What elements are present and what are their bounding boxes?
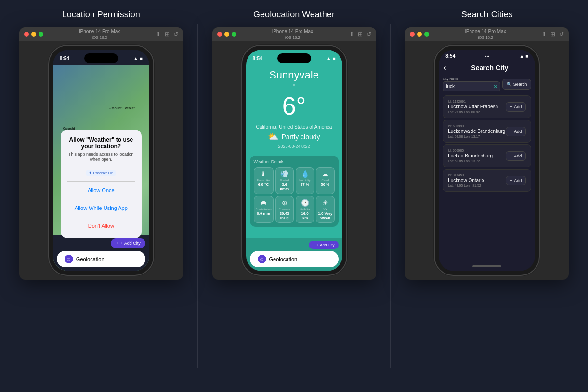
weather-card-label-1: % wind xyxy=(280,179,289,182)
weather-card-icon-0: 🌡 xyxy=(260,170,267,178)
add-icon-result-0: + xyxy=(510,105,512,109)
panel-title-weather: Geolocation Weather xyxy=(253,10,335,20)
add-city-button-2[interactable]: + + Add City xyxy=(309,241,338,249)
precise-badge: ✦ Precise: On xyxy=(86,170,116,176)
add-icon-1: + xyxy=(116,241,118,246)
time-3: 8:54 xyxy=(445,53,455,59)
city-result-card-3: Id: 315453 Lucknow Ontario Lat: 43.95 Lo… xyxy=(443,169,531,192)
mac-icons-3: ⬆ ⊞ ↺ xyxy=(542,31,564,38)
mac-icon-resize-3[interactable]: ⊞ xyxy=(550,31,555,38)
permission-desc: This app needs access to location when o… xyxy=(67,152,135,163)
phone-screen-3: 8:54 ••• ▲ ■ ‹ Search City City Name xyxy=(439,50,535,271)
status-dots: ••• xyxy=(485,54,489,58)
geolocation-bar-1[interactable]: ◎ Geolocation xyxy=(57,251,145,267)
mac-icon-rotate-1[interactable]: ↺ xyxy=(173,31,178,38)
geolocation-bar-2[interactable]: ◎ Geolocation xyxy=(250,251,339,267)
weather-card-7: ☀ UV 1.0 Very Weak xyxy=(316,196,334,223)
time-1: 8:54 xyxy=(60,56,69,61)
city-result-coords-0: Lat: 26.85 Lon: 80.92 xyxy=(448,110,498,114)
mac-dot-green-1[interactable] xyxy=(39,32,43,37)
city-result-id-2: Id: 600985 xyxy=(448,149,493,152)
mac-icon-share-3[interactable]: ⬆ xyxy=(542,31,547,38)
permission-allow-using[interactable]: Allow While Using App xyxy=(67,202,135,214)
mac-dots-1 xyxy=(24,32,43,37)
mac-window-1: iPhone 14 Pro Max iOS 16.2 ⬆ ⊞ ↺ 8:54 ▲ … xyxy=(19,27,183,280)
permission-allow-once[interactable]: Allow Once xyxy=(67,184,135,196)
mac-icon-resize-2[interactable]: ⊞ xyxy=(358,31,363,38)
add-icon-result-3: + xyxy=(510,178,512,183)
weather-card-label-3: Cloud xyxy=(321,179,329,182)
search-button[interactable]: 🔍 Search xyxy=(502,79,532,90)
permission-dont-allow[interactable]: Don't Allow xyxy=(67,220,135,232)
mac-title-2: iPhone 14 Pro Max iOS 16.2 xyxy=(239,29,346,39)
weather-card-icon-5: ⊕ xyxy=(282,199,287,207)
geo-icon-1: ◎ xyxy=(65,255,73,263)
weather-card-label-0: Feels Like xyxy=(257,179,270,182)
weather-card-value-4: 0.0 mm xyxy=(257,211,270,216)
weather-card-0: 🌡 Feels Like 6.0 °C xyxy=(254,167,274,194)
weather-card-3: ☁ Cloud 50 % xyxy=(316,167,334,194)
mac-dot-yellow-2[interactable] xyxy=(224,32,229,37)
city-add-button-0[interactable]: + Add xyxy=(506,102,526,112)
city-add-button-2[interactable]: + Add xyxy=(506,151,526,161)
city-result-info-2: Id: 600985 Luckau Brandenburg Lat: 51.85… xyxy=(448,149,493,163)
mac-dot-red-3[interactable] xyxy=(410,32,415,37)
weather-date: 2023-03-24 8:22 xyxy=(253,144,336,149)
mac-dot-green-3[interactable] xyxy=(424,32,429,37)
mac-icon-share-1[interactable]: ⬆ xyxy=(156,31,161,38)
mac-dot-red-1[interactable] xyxy=(24,32,29,37)
weather-card-4: 🌧 Precipitation 0.0 mm xyxy=(254,196,274,223)
geo-icon-2: ◎ xyxy=(258,255,266,263)
weather-condition-text: Partly cloudy xyxy=(281,133,320,141)
mac-icon-resize-1[interactable]: ⊞ xyxy=(165,31,170,38)
weather-card-1: 💨 % wind 3.6 km/h xyxy=(275,167,294,194)
weather-bottom: + + Add City ◎ Geolocation xyxy=(246,238,342,271)
mac-icon-share-2[interactable]: ⬆ xyxy=(349,31,354,38)
city-add-button-1[interactable]: + Add xyxy=(506,127,526,136)
add-city-button-1[interactable]: + + Add City xyxy=(111,238,145,248)
city-result-card-2: Id: 600985 Luckau Brandenburg Lat: 51.85… xyxy=(443,144,531,167)
geo-text-1: Geolocation xyxy=(76,256,105,262)
dynamic-island-2 xyxy=(277,53,311,63)
mac-dot-yellow-3[interactable] xyxy=(417,32,422,37)
search-nav: ‹ Search City xyxy=(439,61,535,75)
add-icon-2: + xyxy=(313,243,315,247)
weather-card-value-7: 1.0 Very Weak xyxy=(318,211,332,220)
mac-window-3: iPhone 14 Pro Max iOS 16.2 ⬆ ⊞ ↺ 8:54 ••… xyxy=(405,27,569,280)
mac-titlebar-3: iPhone 14 Pro Max iOS 16.2 ⬆ ⊞ ↺ xyxy=(405,27,569,41)
dynamic-island-1 xyxy=(84,53,118,63)
mac-dots-3 xyxy=(410,32,429,37)
city-add-button-3[interactable]: + Add xyxy=(506,176,526,185)
city-result-id-1: Id: 600993 xyxy=(448,124,505,128)
status-bar-1: 8:54 ▲ ■ xyxy=(53,50,149,65)
mac-icon-rotate-3[interactable]: ↺ xyxy=(559,31,564,38)
mac-dot-red-2[interactable] xyxy=(217,32,222,37)
clear-icon[interactable]: ✕ xyxy=(493,83,498,90)
weather-card-label-4: Precipitation xyxy=(256,208,272,210)
weather-location: California, United States of America xyxy=(253,124,336,130)
weather-temperature: 6° xyxy=(253,91,336,120)
city-result-id-3: Id: 315453 xyxy=(448,173,484,177)
home-bar-3 xyxy=(472,265,501,267)
city-result-card-1: Id: 600993 Luckenwalde Brandenburg Lat: … xyxy=(443,120,531,143)
mac-dot-green-2[interactable] xyxy=(232,32,236,37)
panel-search-cities: Search Cities iPhone 14 Pro Max iOS 16.2… xyxy=(391,10,583,382)
weather-card-icon-2: 💧 xyxy=(301,170,309,178)
precise-icon: ✦ xyxy=(89,171,93,175)
city-result-info-0: Id: 1122691 Lucknow Uttar Pradesh Lat: 2… xyxy=(448,100,498,114)
weather-card-label-7: UV xyxy=(323,208,327,210)
weather-card-icon-7: ☀ xyxy=(322,199,328,207)
phone-screen-1: 8:54 ▲ ■ Karachi Mumbai • Mount Everest … xyxy=(53,50,149,271)
weather-card-icon-1: 💨 xyxy=(280,170,288,178)
city-search-input[interactable] xyxy=(443,81,500,91)
weather-grid: 🌡 Feels Like 6.0 °C 💨 % wind 3.6 km/h 💧 … xyxy=(254,167,335,223)
mac-title-1: iPhone 14 Pro Max iOS 16.2 xyxy=(46,29,153,39)
panel-title-search: Search Cities xyxy=(461,10,513,20)
mac-icon-rotate-2[interactable]: ↺ xyxy=(366,31,371,38)
permission-dialog: Allow "Weather" to use your location? Th… xyxy=(61,130,142,238)
mac-dot-yellow-1[interactable] xyxy=(31,32,36,37)
city-results: Id: 1122691 Lucknow Uttar Pradesh Lat: 2… xyxy=(439,93,535,261)
back-button[interactable]: ‹ xyxy=(444,64,446,72)
map-label-everest: • Mount Everest xyxy=(109,106,135,110)
mac-window-2: iPhone 14 Pro Max iOS 16.2 ⬆ ⊞ ↺ 8:54 ▲ … xyxy=(212,27,376,280)
